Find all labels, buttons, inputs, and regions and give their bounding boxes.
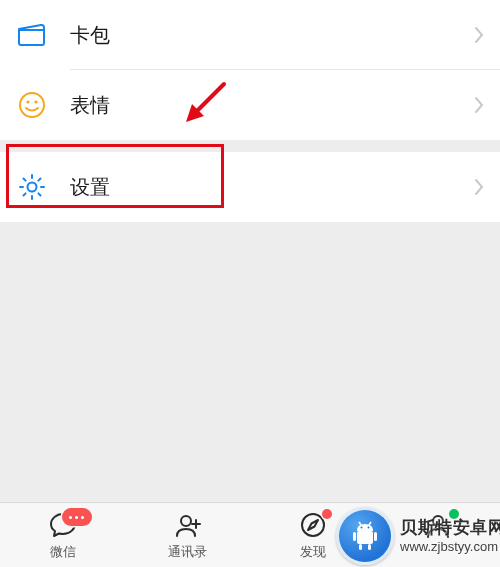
chevron-right-icon — [474, 96, 484, 114]
gear-icon — [16, 171, 48, 203]
wallet-label: 卡包 — [70, 22, 474, 49]
section-gap — [0, 140, 500, 152]
svg-line-14 — [369, 522, 371, 525]
tab-discover-label: 发现 — [300, 543, 326, 561]
svg-line-13 — [359, 522, 361, 525]
smile-icon — [16, 89, 48, 121]
svg-point-0 — [20, 93, 44, 117]
svg-point-2 — [34, 100, 37, 103]
tab-contacts-label: 通讯录 — [168, 543, 207, 561]
menu-group-2: 设置 — [0, 152, 500, 222]
tab-contacts[interactable]: 通讯录 — [125, 511, 250, 561]
android-logo-icon — [336, 507, 394, 565]
svg-rect-12 — [368, 544, 371, 550]
watermark-title: 贝斯特安卓网 — [400, 517, 500, 538]
svg-point-3 — [28, 183, 37, 192]
chevron-right-icon — [474, 26, 484, 44]
svg-point-15 — [361, 527, 363, 529]
menu-group-1: 卡包 表情 — [0, 0, 500, 140]
menu-item-settings[interactable]: 设置 — [0, 152, 500, 222]
menu-item-wallet[interactable]: 卡包 — [0, 0, 500, 70]
tab-chats-label: 微信 — [50, 543, 76, 561]
chevron-right-icon — [474, 178, 484, 196]
svg-point-16 — [368, 527, 370, 529]
discover-dot-badge — [322, 509, 332, 519]
stickers-label: 表情 — [70, 92, 474, 119]
svg-rect-10 — [374, 532, 377, 541]
svg-point-1 — [26, 100, 29, 103]
menu-item-stickers[interactable]: 表情 — [0, 70, 500, 140]
watermark: 贝斯特安卓网 www.zjbstyy.com — [336, 507, 500, 565]
unread-badge — [62, 508, 92, 526]
watermark-url: www.zjbstyy.com — [400, 539, 500, 555]
svg-rect-11 — [359, 544, 362, 550]
svg-rect-8 — [357, 531, 373, 544]
wallet-icon — [16, 19, 48, 51]
svg-point-6 — [302, 514, 324, 536]
background-area — [0, 222, 500, 512]
svg-rect-9 — [353, 532, 356, 541]
svg-point-5 — [181, 516, 191, 526]
tab-chats[interactable]: 微信 — [0, 511, 125, 561]
settings-label: 设置 — [70, 174, 474, 201]
